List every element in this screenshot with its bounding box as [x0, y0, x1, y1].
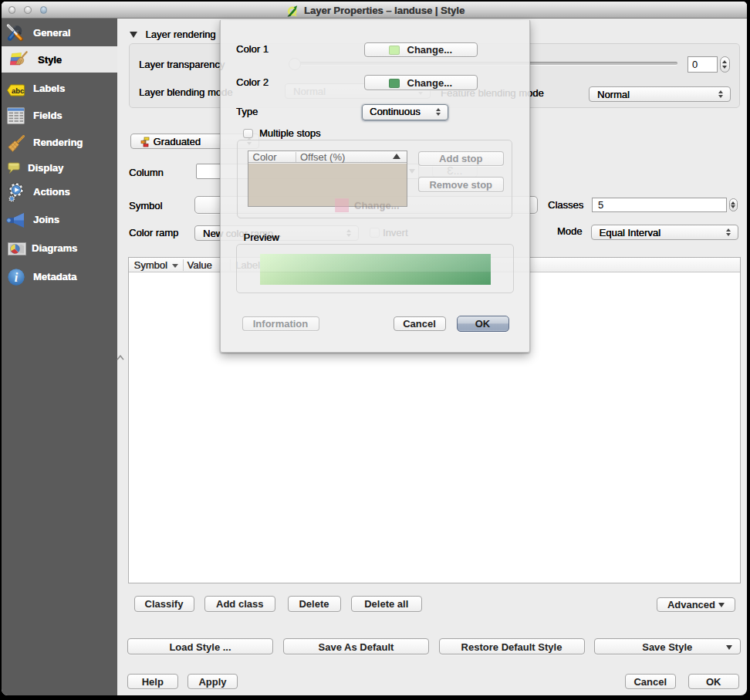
- svg-text:i: i: [15, 271, 19, 284]
- svg-text:abc: abc: [12, 86, 24, 95]
